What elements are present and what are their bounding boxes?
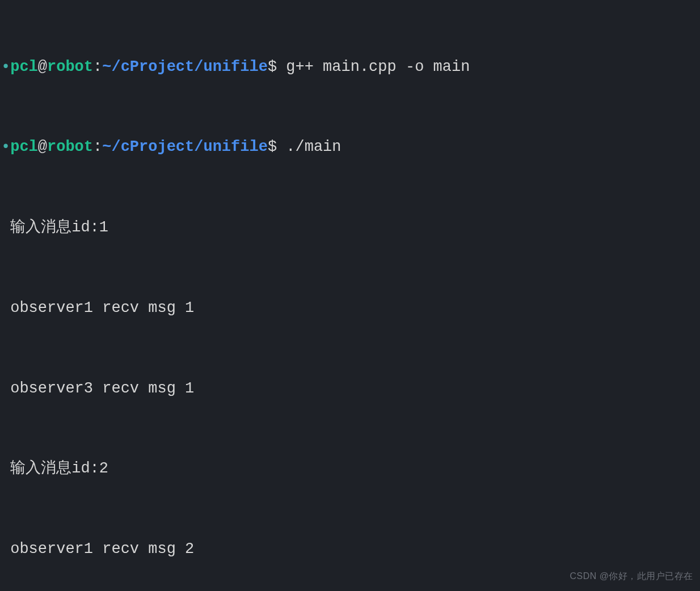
prompt-user: pcl: [10, 138, 38, 155]
command-run: ./main: [286, 138, 341, 155]
prompt-at: @: [38, 138, 47, 155]
prompt-at: @: [38, 58, 47, 75]
output-line: observer1 recv msg 2: [0, 536, 700, 563]
command-compile: g++ main.cpp -o main: [286, 58, 470, 75]
output-line: 输入消息id:1: [0, 214, 700, 241]
watermark-text: CSDN @你好，此用户已存在: [570, 568, 693, 584]
prompt-path: ~/cProject/unifile: [102, 58, 268, 75]
output-line: observer3 recv msg 1: [0, 375, 700, 402]
output-line: observer1 recv msg 1: [0, 295, 700, 322]
prompt-line-2: •pcl@robot:~/cProject/unifile$ ./main: [0, 134, 700, 161]
prompt-dollar: $: [268, 58, 277, 75]
bullet-icon: •: [1, 58, 10, 75]
prompt-user: pcl: [10, 58, 38, 75]
terminal-window[interactable]: •pcl@robot:~/cProject/unifile$ g++ main.…: [0, 0, 700, 591]
prompt-host: robot: [47, 138, 93, 155]
prompt-path: ~/cProject/unifile: [102, 138, 268, 155]
output-line: 输入消息id:2: [0, 455, 700, 482]
prompt-line-1: •pcl@robot:~/cProject/unifile$ g++ main.…: [0, 54, 700, 81]
bullet-icon: •: [1, 138, 10, 155]
prompt-dollar: $: [268, 138, 277, 155]
prompt-colon: :: [93, 138, 102, 155]
prompt-colon: :: [93, 58, 102, 75]
prompt-host: robot: [47, 58, 93, 75]
